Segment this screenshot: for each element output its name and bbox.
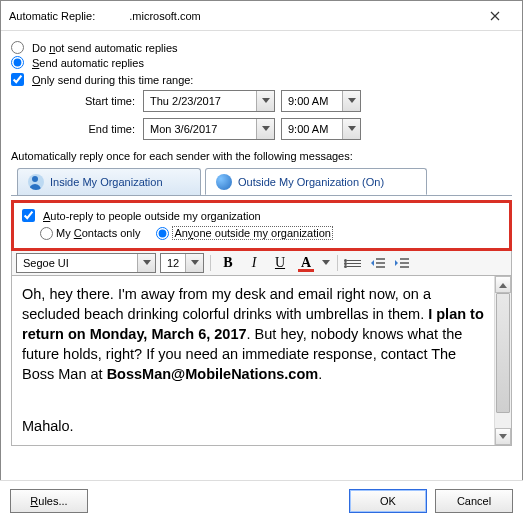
message-editor[interactable]: Oh, hey there. I'm away from my desk and… bbox=[12, 276, 494, 445]
ok-button[interactable]: OK bbox=[349, 489, 427, 513]
font-color-button[interactable]: A bbox=[295, 253, 317, 273]
end-time-label: End time: bbox=[57, 123, 137, 135]
start-date-value: Thu 2/23/2017 bbox=[144, 95, 256, 107]
editor-paragraph: Mahalo. bbox=[22, 416, 484, 436]
dialog-footer: Rules... OK Cancel bbox=[0, 480, 523, 521]
outside-options-highlight: Auto-reply to people outside my organiza… bbox=[11, 200, 512, 251]
editor-paragraph: Oh, hey there. I'm away from my desk and… bbox=[22, 284, 484, 384]
anyone-label: Anyone outside my organization bbox=[172, 226, 333, 240]
window-title-right: .microsoft.com bbox=[129, 10, 201, 22]
anyone-radio[interactable] bbox=[156, 227, 169, 240]
separator bbox=[337, 255, 338, 271]
close-button[interactable] bbox=[472, 2, 518, 30]
person-icon bbox=[28, 174, 44, 190]
increase-indent-button[interactable] bbox=[392, 253, 412, 273]
dont-send-radio[interactable] bbox=[11, 41, 24, 54]
end-time-combo[interactable]: 9:00 AM bbox=[281, 118, 361, 140]
my-contacts-label: My Contacts only bbox=[56, 227, 140, 239]
reply-message-label: Automatically reply once for each sender… bbox=[11, 150, 512, 162]
chevron-down-icon[interactable] bbox=[342, 119, 360, 139]
start-time-label: Start time: bbox=[57, 95, 137, 107]
underline-button[interactable]: U bbox=[269, 253, 291, 273]
time-range-checkbox[interactable] bbox=[11, 73, 24, 86]
separator bbox=[210, 255, 211, 271]
scroll-thumb[interactable] bbox=[496, 293, 510, 413]
font-size-value: 12 bbox=[161, 257, 185, 269]
font-color-dropdown[interactable] bbox=[321, 260, 331, 266]
send-label: Send automatic replies bbox=[32, 57, 144, 69]
dont-send-radio-row[interactable]: Do not send automatic replies bbox=[11, 41, 512, 54]
bold-button[interactable]: B bbox=[217, 253, 239, 273]
dont-send-label: Do not send automatic replies bbox=[32, 42, 178, 54]
bullet-list-button[interactable] bbox=[344, 253, 364, 273]
auto-reply-check-row[interactable]: Auto-reply to people outside my organiza… bbox=[22, 209, 501, 222]
font-size-combo[interactable]: 12 bbox=[160, 253, 204, 273]
decrease-indent-button[interactable] bbox=[368, 253, 388, 273]
tab-inside-label: Inside My Organization bbox=[50, 176, 163, 188]
close-icon bbox=[490, 11, 500, 21]
format-toolbar: Segoe UI 12 B I U A bbox=[11, 251, 512, 276]
chevron-down-icon[interactable] bbox=[256, 119, 274, 139]
tab-outside-label: Outside My Organization (On) bbox=[238, 176, 384, 188]
chevron-down-icon[interactable] bbox=[342, 91, 360, 111]
chevron-down-icon[interactable] bbox=[137, 254, 155, 272]
send-radio-row[interactable]: Send automatic replies bbox=[11, 56, 512, 69]
italic-button[interactable]: I bbox=[243, 253, 265, 273]
font-family-value: Segoe UI bbox=[17, 257, 137, 269]
scroll-track[interactable] bbox=[495, 293, 511, 428]
auto-reply-checkbox[interactable] bbox=[22, 209, 35, 222]
anyone-radio-row[interactable]: Anyone outside my organization bbox=[156, 226, 333, 240]
end-date-value: Mon 3/6/2017 bbox=[144, 123, 256, 135]
start-time-value: 9:00 AM bbox=[282, 95, 342, 107]
tabs: Inside My Organization Outside My Organi… bbox=[11, 168, 512, 196]
start-time-combo[interactable]: 9:00 AM bbox=[281, 90, 361, 112]
end-date-combo[interactable]: Mon 3/6/2017 bbox=[143, 118, 275, 140]
window-title-left: Automatic Replie: bbox=[9, 10, 95, 22]
cancel-button[interactable]: Cancel bbox=[435, 489, 513, 513]
my-contacts-radio-row[interactable]: My Contacts only bbox=[40, 227, 140, 240]
tab-outside[interactable]: Outside My Organization (On) bbox=[205, 168, 427, 195]
editor-paragraph bbox=[22, 442, 484, 445]
scrollbar[interactable] bbox=[494, 276, 511, 445]
scroll-down-button[interactable] bbox=[495, 428, 511, 445]
chevron-down-icon[interactable] bbox=[185, 254, 203, 272]
editor-area: Oh, hey there. I'm away from my desk and… bbox=[11, 276, 512, 446]
editor-paragraph bbox=[22, 390, 484, 410]
chevron-down-icon[interactable] bbox=[256, 91, 274, 111]
auto-reply-label: Auto-reply to people outside my organiza… bbox=[43, 210, 261, 222]
time-range-label: Only send during this time range: bbox=[32, 74, 193, 86]
start-date-combo[interactable]: Thu 2/23/2017 bbox=[143, 90, 275, 112]
tab-inside[interactable]: Inside My Organization bbox=[17, 168, 201, 195]
globe-icon bbox=[216, 174, 232, 190]
scroll-up-button[interactable] bbox=[495, 276, 511, 293]
my-contacts-radio[interactable] bbox=[40, 227, 53, 240]
time-range-check-row[interactable]: Only send during this time range: bbox=[11, 73, 512, 86]
font-family-combo[interactable]: Segoe UI bbox=[16, 253, 156, 273]
titlebar: Automatic Replie: .microsoft.com bbox=[1, 1, 522, 31]
end-time-value: 9:00 AM bbox=[282, 123, 342, 135]
rules-button[interactable]: Rules... bbox=[10, 489, 88, 513]
send-radio[interactable] bbox=[11, 56, 24, 69]
